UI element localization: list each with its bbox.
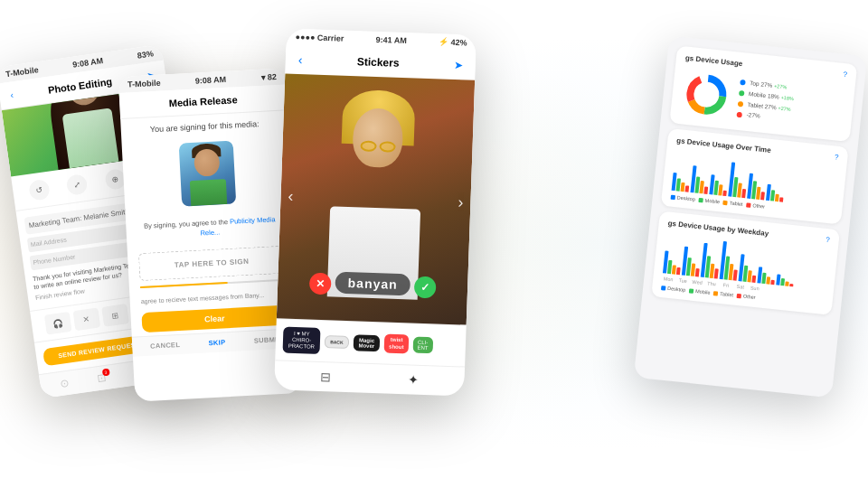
wd-other-2 xyxy=(714,268,719,278)
bar-group-2 xyxy=(709,174,728,196)
label-sat: Sat xyxy=(734,284,748,290)
right-arrow[interactable]: › xyxy=(458,192,464,211)
wd-group-0 xyxy=(663,250,683,275)
wd-group-4 xyxy=(739,254,759,283)
grid-icon-1[interactable]: ⊞ xyxy=(101,304,129,327)
skip-btn[interactable]: SKIP xyxy=(208,338,225,347)
label-tue: Tue xyxy=(676,277,690,284)
wd-group-6 xyxy=(776,274,794,286)
dashboard-card: gs Device Usage ? Top 27% xyxy=(634,36,868,398)
badge-count: 3 xyxy=(101,368,109,376)
tab-badge[interactable]: ⊡3 xyxy=(97,371,108,385)
sticker-chiropractor[interactable]: I ♥ MYCHIRO-PRACTOR xyxy=(282,326,320,354)
send-icon-3[interactable]: ➤ xyxy=(453,59,462,71)
sticker-twist-shout[interactable]: twistshout xyxy=(384,333,409,354)
wd-legend-other: Other xyxy=(737,293,756,300)
flip-icon[interactable]: ⤢ xyxy=(66,173,89,196)
bar-other-2 xyxy=(722,191,727,196)
wd-group-2 xyxy=(701,243,722,279)
back-button-1[interactable]: ‹ xyxy=(10,89,14,99)
legend-tablet: Tablet xyxy=(723,200,743,207)
media-face xyxy=(193,148,221,176)
wd-group-5 xyxy=(757,267,776,285)
card-info-3[interactable]: ? xyxy=(826,236,830,244)
bar-group-5 xyxy=(766,184,785,202)
bar-other-4 xyxy=(760,192,765,200)
wd-other-4 xyxy=(751,276,756,283)
bar-group-1 xyxy=(690,165,710,194)
time-3: 9:41 AM xyxy=(376,35,408,45)
settings-icon[interactable]: ✦ xyxy=(408,372,420,387)
media-person-container xyxy=(121,130,292,217)
wd-sq-desktop xyxy=(661,286,665,290)
label-mon: Mon xyxy=(662,276,675,282)
wd-other-6 xyxy=(789,284,793,286)
legend-other: Other xyxy=(746,201,765,209)
sticker-client[interactable]: CLI-ENT xyxy=(412,336,433,353)
card-info-2[interactable]: ? xyxy=(834,153,838,161)
sq-tablet xyxy=(723,200,728,204)
body xyxy=(61,108,118,168)
donut-legend: Top 27% +27% Mobile 18% +18% Tablet 27% … xyxy=(736,77,795,125)
bar-group-3 xyxy=(728,162,749,198)
dot-mobile xyxy=(739,90,745,97)
legend-mobile: Mobile xyxy=(699,197,721,204)
screen-title-3: Stickers xyxy=(357,55,400,70)
glass-right xyxy=(379,141,395,153)
carrier-2: T-Mobile xyxy=(127,79,161,89)
glass-left xyxy=(360,140,376,152)
sq-desktop xyxy=(671,194,675,199)
x-icon[interactable]: ✕ xyxy=(72,308,100,332)
time-1: 9:08 AM xyxy=(72,56,104,70)
wd-other-1 xyxy=(695,268,700,276)
card-info-1[interactable]: ? xyxy=(843,70,847,79)
carrier-3: ●●●● Carrier xyxy=(296,33,344,43)
cancel-btn[interactable]: CANCEL xyxy=(150,341,180,351)
sign-box[interactable]: TAP HERE TO SIGN xyxy=(138,245,285,280)
label-wed: Wed xyxy=(691,279,704,286)
filter-icon[interactable]: ⊟ xyxy=(320,370,332,384)
time-2: 9:08 AM xyxy=(195,75,227,86)
wd-sq-other xyxy=(737,293,741,297)
wd-legend-tablet: Tablet xyxy=(713,290,733,297)
label-sun: Sun xyxy=(749,285,762,291)
stickers-hero: ‹ › ✕ banyan ✓ xyxy=(277,73,475,325)
donut-chart xyxy=(679,67,733,121)
device-usage-weekday-card: gs Device Usage by Weekday ? xyxy=(651,211,840,315)
bar-other-1 xyxy=(703,187,708,194)
back-button-3[interactable]: ‹ xyxy=(298,52,303,67)
wd-tablet-6 xyxy=(785,281,789,286)
wd-other-5 xyxy=(770,280,775,285)
woman-face xyxy=(352,108,403,168)
screen-title-1: Photo Editing xyxy=(47,75,112,95)
dot-other xyxy=(736,112,742,118)
battery-3: ⚡ 42% xyxy=(439,37,467,47)
sticker-magic-mover[interactable]: MagicMover xyxy=(353,334,380,351)
device-usage-card: gs Device Usage ? Top 27% xyxy=(669,46,857,142)
dashboard-inner: gs Device Usage ? Top 27% xyxy=(634,36,868,398)
donut-container: Top 27% +27% Mobile 18% +18% Tablet 27% … xyxy=(679,67,846,134)
wd-other-0 xyxy=(676,267,681,275)
bar-group-0 xyxy=(672,173,691,192)
approve-button[interactable]: ✓ xyxy=(414,276,437,299)
bar-other-5 xyxy=(779,197,784,201)
rotate-icon[interactable]: ↺ xyxy=(28,179,51,201)
wd-legend-mobile: Mobile xyxy=(689,287,711,295)
headphone-icon[interactable]: 🎧 xyxy=(43,312,71,335)
woman-face-area xyxy=(330,89,424,209)
bar-other-0 xyxy=(685,185,690,192)
label-thu: Thu xyxy=(705,280,719,286)
dot-tablet xyxy=(738,101,744,108)
device-usage-time-card: gs Device Usage Over Time ? xyxy=(661,128,849,224)
label-fri: Fri xyxy=(720,282,733,288)
wd-other-3 xyxy=(733,269,738,280)
phone-3-screen: ●●●● Carrier 9:41 AM ⚡ 42% ‹ Stickers ➤ xyxy=(274,28,476,396)
media-body xyxy=(189,179,226,206)
dot-top xyxy=(740,80,746,86)
sticker-back[interactable]: BACK xyxy=(325,335,349,349)
left-arrow[interactable]: ‹ xyxy=(288,187,294,206)
card-title-1: gs Device Usage xyxy=(685,54,743,69)
media-person-image xyxy=(178,141,236,207)
tab-home[interactable]: ⊙ xyxy=(60,377,71,390)
clear-button[interactable]: Clear xyxy=(141,304,288,332)
